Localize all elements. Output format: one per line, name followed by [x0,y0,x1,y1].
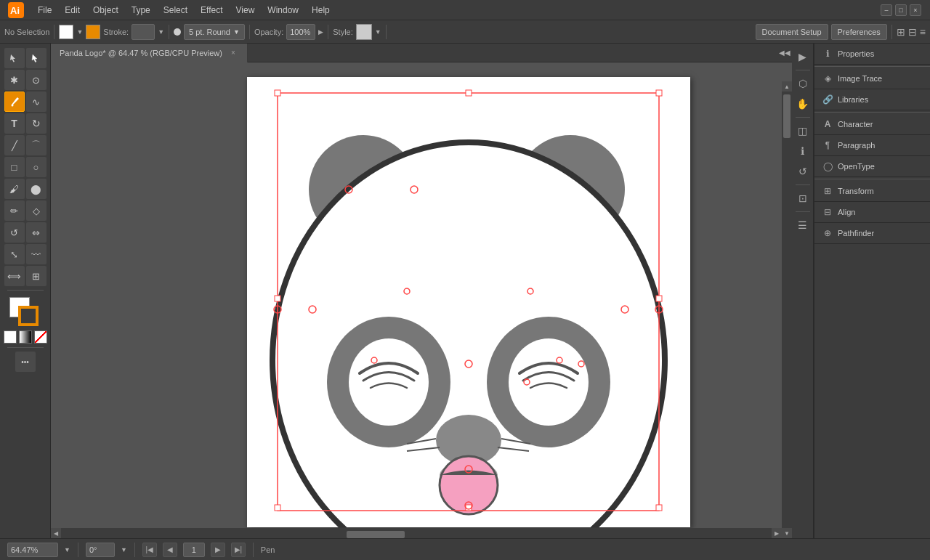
menu-select[interactable]: Select [158,2,193,18]
stroke-indicator[interactable] [86,25,100,39]
tab-close-btn[interactable]: × [228,48,238,58]
scroll-left-btn[interactable]: ◀ [51,528,61,538]
tool-row-9: ↺ ⇔ [4,222,46,243]
distribute-icon[interactable]: ≡ [920,26,926,38]
ellipse-tool[interactable]: ○ [26,157,46,177]
angle-input[interactable] [86,543,115,557]
preferences-button[interactable]: Preferences [831,24,887,40]
properties-header[interactable]: ℹ Properties [814,44,930,64]
style-dropdown-btn[interactable]: ▼ [375,28,381,36]
paintbrush-tool[interactable]: 🖌 [4,179,25,199]
free-transform-tool[interactable]: ⊞ [26,266,46,286]
arrange-icon[interactable]: ⊞ [897,26,905,38]
stroke-indicator[interactable] [18,306,39,326]
line-tool[interactable]: ╱ [4,135,25,155]
zoom-input[interactable] [7,543,58,557]
lasso-tool[interactable]: ⊙ [26,70,46,90]
paragraph-header[interactable]: ¶ Paragraph [814,135,930,155]
shaper-tool[interactable]: ◇ [26,200,46,221]
canvas-area[interactable]: Panda Logo* @ 64.47 % (RGB/CPU Preview) … [51,44,792,538]
fill-swatch[interactable] [59,25,73,39]
character-header[interactable]: A Character [814,114,930,134]
panel-info-icon[interactable]: ℹ [794,142,812,160]
scroll-thumb-v[interactable] [783,94,790,138]
scroll-down-btn[interactable]: ▼ [782,528,792,538]
vertical-scrollbar[interactable]: ▲ ▼ [782,81,792,538]
rotate-tool[interactable]: ↺ [4,222,25,243]
maximize-button[interactable]: □ [895,4,907,16]
panel-layers-icon[interactable]: ◫ [794,122,812,139]
horizontal-scrollbar[interactable]: ◀ ▶ [51,528,782,538]
selection-tool[interactable] [4,48,25,68]
pen-tool[interactable] [4,92,25,112]
arc-tool[interactable]: ⌒ [26,135,46,155]
svg-point-8 [349,338,429,426]
gradient-mode-icon[interactable] [19,330,32,344]
normal-mode-icon[interactable] [4,330,17,344]
pathfinder-header[interactable]: ⊕ Pathfinder [814,223,930,243]
menu-bar: Ai File Edit Object Type Select Effect V… [0,0,930,20]
panel-refresh-icon[interactable]: ↺ [794,163,812,180]
direct-selection-tool[interactable] [26,48,46,68]
curvature-tool[interactable]: ∿ [26,92,46,112]
pencil-tool[interactable]: ✏ [4,200,25,221]
type-tool[interactable]: T [4,113,25,134]
menu-effect[interactable]: Effect [195,2,228,18]
first-page-btn[interactable]: |◀ [142,543,157,557]
panel-link-icon[interactable]: ⬡ [794,75,812,92]
close-button[interactable]: × [910,4,921,16]
menu-view[interactable]: View [230,2,261,18]
opacity-dropdown-btn[interactable]: ▶ [318,28,323,36]
tool-row-4: T ↻ [4,113,46,134]
last-page-btn[interactable]: ▶| [231,543,246,557]
no-fill-mode-icon[interactable] [34,330,47,344]
canvas-viewport[interactable]: ▲ ▼ ◀ ▶ [51,62,792,538]
next-page-btn[interactable]: ▶ [211,543,225,557]
area-type-tool[interactable]: ↻ [26,113,46,134]
align-header[interactable]: ⊟ Align [814,202,930,222]
stroke-dropdown-btn[interactable]: ▼ [158,28,164,36]
menu-edit[interactable]: Edit [59,2,86,18]
panel-collapse-btn[interactable]: ◀◀ [777,44,792,62]
svg-text:Ai: Ai [10,5,20,16]
libraries-header[interactable]: 🔗 Libraries [814,89,930,110]
scale-tool[interactable]: ⤡ [4,244,25,264]
tool-row-8: ✏ ◇ [4,200,46,221]
minimize-button[interactable]: – [881,4,892,16]
menu-file[interactable]: File [32,2,57,18]
prev-page-btn[interactable]: ◀ [163,543,177,557]
panel-stack-icon[interactable]: ☰ [794,216,812,234]
warp-tool[interactable]: 〰 [26,244,46,264]
scroll-right-btn[interactable]: ▶ [772,528,782,538]
style-swatch[interactable] [356,24,372,40]
magic-wand-tool[interactable]: ✱ [4,70,25,90]
angle-dropdown-btn[interactable]: ▼ [121,546,127,553]
reflect-tool[interactable]: ⇔ [26,222,46,243]
scroll-thumb-h[interactable] [347,531,405,538]
stroke-label: Stroke: [103,28,129,36]
menu-window[interactable]: Window [262,2,304,18]
menu-type[interactable]: Type [126,2,156,18]
scroll-up-btn[interactable]: ▲ [782,81,792,92]
document-setup-button[interactable]: Document Setup [756,24,828,40]
menu-object[interactable]: Object [87,2,124,18]
menu-help[interactable]: Help [306,2,336,18]
rectangle-tool[interactable]: □ [4,157,25,177]
panel-crop-icon[interactable]: ⊡ [794,190,812,207]
more-tools-btn[interactable]: ••• [15,352,36,372]
zoom-dropdown-btn[interactable]: ▼ [64,546,70,553]
page-input[interactable] [183,543,205,557]
panel-arrow-icon[interactable]: ▶ [794,48,812,65]
width-tool[interactable]: ⟺ [4,266,25,286]
opentype-header[interactable]: ◯ OpenType [814,156,930,176]
blob-brush-tool[interactable]: ⬤ [26,179,46,199]
align-icon[interactable]: ⊟ [908,26,917,38]
document-tab[interactable]: Panda Logo* @ 64.47 % (RGB/CPU Preview) … [51,44,248,62]
stroke-input[interactable] [132,24,155,40]
opacity-input[interactable] [286,24,315,40]
fill-dropdown-btn[interactable]: ▼ [76,28,83,36]
brush-selector[interactable]: 5 pt. Round ▼ [184,24,245,40]
transform-header[interactable]: ⊞ Transform [814,181,930,201]
image-trace-header[interactable]: ◈ Image Trace [814,68,930,89]
panel-hand-icon[interactable]: ✋ [794,95,812,113]
